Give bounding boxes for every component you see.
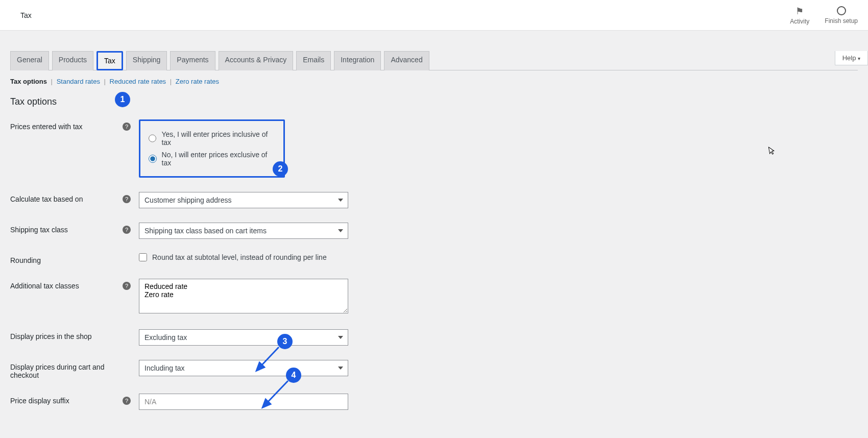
tab-general[interactable]: General [10,51,49,70]
row-additional-tax-classes: Additional tax classes ? [10,279,858,315]
callout-badge-3: 3 [277,334,293,349]
help-icon[interactable]: ? [123,195,131,203]
finish-setup-label: Finish setup [825,17,858,25]
select-display-shop[interactable]: Excluding tax [139,329,348,346]
callout-badge-4: 4 [286,368,301,383]
tab-integration[interactable]: Integration [334,51,381,70]
radio-exclusive-label: No, I will enter prices exclusive of tax [162,151,275,167]
topbar: Tax ⚑ Activity Finish setup [0,0,868,31]
flag-icon: ⚑ [795,6,804,17]
callout-badge-2: 2 [273,161,288,177]
subnav-tax-options[interactable]: Tax options [10,78,47,85]
row-shipping-tax-class: Shipping tax class ? Shipping tax class … [10,223,858,239]
activity-label: Activity [790,18,809,25]
tab-emails[interactable]: Emails [296,51,331,70]
subnav-zero-rate[interactable]: Zero rate rates [176,78,219,85]
label-rounding: Rounding [10,253,123,264]
tab-products[interactable]: Products [52,51,93,70]
tab-tax[interactable]: Tax [97,51,123,70]
label-display-shop: Display prices in the shop [10,329,123,340]
content-area: Help 1 2 3 4 General Products Tax Shippi… [0,51,868,430]
label-calculate-tax: Calculate tax based on [10,192,123,203]
label-additional-tax-classes: Additional tax classes [10,279,123,290]
checkbox-rounding[interactable] [139,253,147,261]
radio-exclusive[interactable] [149,155,157,163]
row-price-suffix: Price display suffix ? [10,394,858,410]
finish-setup-button[interactable]: Finish setup [825,6,858,25]
label-price-suffix: Price display suffix [10,394,123,405]
select-display-cart[interactable]: Including tax [139,360,348,376]
tab-shipping[interactable]: Shipping [126,51,167,70]
row-prices-entered: Prices entered with tax ? Yes, I will en… [10,119,858,178]
prices-entered-radio-group: Yes, I will enter prices inclusive of ta… [139,119,285,178]
subnav: Tax options | Standard rates | Reduced r… [10,78,858,85]
label-display-cart: Display prices during cart and checkout [10,360,123,379]
input-price-suffix[interactable] [139,394,348,410]
help-icon[interactable]: ? [123,123,131,131]
radio-inclusive-label: Yes, I will enter prices inclusive of ta… [161,130,275,147]
radio-inclusive[interactable] [149,134,156,142]
subnav-reduced-rate[interactable]: Reduced rate rates [110,78,166,85]
help-icon[interactable]: ? [123,226,131,234]
row-calculate-tax: Calculate tax based on ? Customer shippi… [10,192,858,208]
callout-badge-1: 1 [115,92,130,107]
select-calculate-tax[interactable]: Customer shipping address [139,192,348,208]
row-rounding: Rounding Round tax at subtotal level, in… [10,253,858,264]
section-title: Tax options [10,96,858,107]
tab-accounts-privacy[interactable]: Accounts & Privacy [219,51,294,70]
help-button[interactable]: Help [835,51,868,65]
page-title: Tax [20,11,32,19]
activity-button[interactable]: ⚑ Activity [790,6,809,25]
textarea-additional-tax-classes[interactable] [139,279,348,313]
label-shipping-tax-class: Shipping tax class [10,223,123,234]
label-prices-entered: Prices entered with tax [10,119,123,131]
help-icon[interactable]: ? [123,282,131,290]
subnav-standard-rates[interactable]: Standard rates [57,78,100,85]
tab-advanced[interactable]: Advanced [384,51,429,70]
row-display-cart: Display prices during cart and checkout … [10,360,858,379]
select-shipping-tax-class[interactable]: Shipping tax class based on cart items [139,223,348,239]
circle-icon [837,6,846,15]
help-icon[interactable]: ? [123,397,131,405]
nav-tabs: General Products Tax Shipping Payments A… [10,51,858,70]
row-display-shop: Display prices in the shop Excluding tax [10,329,858,346]
tab-payments[interactable]: Payments [170,51,215,70]
checkbox-rounding-label: Round tax at subtotal level, instead of … [152,253,327,261]
